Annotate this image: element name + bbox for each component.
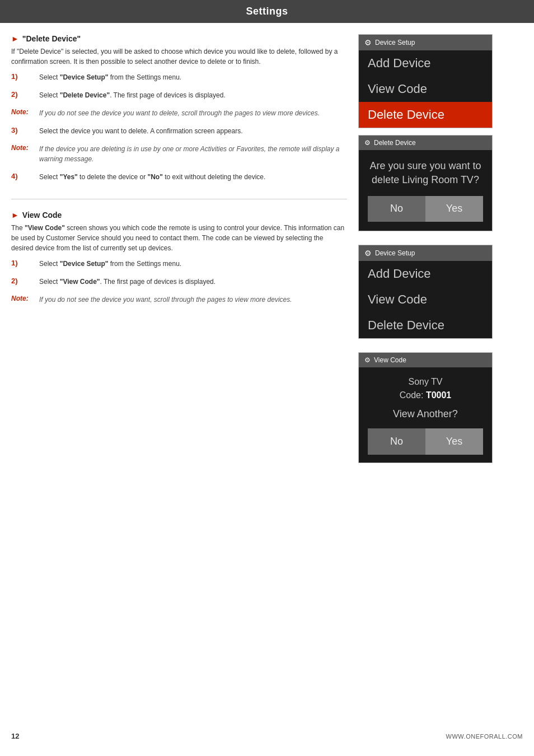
note-2-text: If the device you are deleting is in use…: [39, 144, 347, 164]
add-device-item-2[interactable]: Add Device: [359, 261, 492, 287]
view-code-buttons: No Yes: [368, 428, 483, 455]
confirm-buttons: No Yes: [368, 196, 483, 221]
delete-device-section: ► "Delete Device" If "Delete Device" is …: [11, 34, 347, 182]
step-1-text: Select "Device Setup" from the Settings …: [39, 72, 347, 82]
view-code-value: T0001: [426, 390, 451, 400]
step-2-num: 2): [11, 90, 39, 99]
footer-website: WWW.ONEFORALL.COM: [446, 733, 523, 740]
section-divider: [11, 199, 347, 199]
view-code-label: Code:: [400, 390, 426, 400]
view-code-screen-header-label: View Code: [374, 356, 406, 364]
left-content: ► "Delete Device" If "Delete Device" is …: [11, 34, 358, 463]
view-code-screen-header: ⚙ View Code: [359, 353, 492, 367]
confirm-yes-button[interactable]: Yes: [425, 196, 483, 221]
page-header: Settings: [0, 0, 534, 23]
note-1-row: Note: If you do not see the device you w…: [11, 108, 347, 118]
vc-step-2-text: Select "View Code". The first page of de…: [39, 277, 347, 287]
note-2-row: Note: If the device you are deleting is …: [11, 144, 347, 164]
add-device-item-1[interactable]: Add Device: [359, 50, 492, 76]
gear-icon-3: ⚙: [364, 249, 372, 258]
right-panel: ⚙ Device Setup Add Device View Code Dele…: [358, 34, 493, 463]
step-4-row: 4) Select "Yes" to delete the device or …: [11, 172, 347, 182]
step-1-num: 1): [11, 72, 39, 81]
confirm-header-label: Delete Device: [374, 139, 416, 147]
device-setup-screen-1: ⚙ Device Setup Add Device View Code Dele…: [358, 34, 493, 128]
step-4-text: Select "Yes" to delete the device or "No…: [39, 172, 347, 182]
view-code-no-button[interactable]: No: [368, 428, 425, 455]
screen-header-1: ⚙ Device Setup: [359, 35, 492, 50]
step-2-text: Select "Delete Device". The first page o…: [39, 90, 347, 100]
view-code-line1: Sony TV: [368, 375, 483, 389]
note-2-label: Note:: [11, 144, 39, 152]
gear-icon-1: ⚙: [364, 38, 372, 47]
view-code-heading: View Code: [22, 211, 62, 220]
footer-page-number: 12: [11, 732, 19, 740]
view-another-text: View Another?: [368, 402, 483, 428]
page-title: Settings: [246, 6, 288, 17]
vc-step-2-row: 2) Select "View Code". The first page of…: [11, 277, 347, 287]
step-2-row: 2) Select "Delete Device". The first pag…: [11, 90, 347, 100]
device-setup-screen-2: ⚙ Device Setup Add Device View Code Dele…: [358, 245, 493, 339]
page-footer: 12 WWW.ONEFORALL.COM: [0, 727, 534, 745]
vc-note-1-row: Note: If you do not see the device you w…: [11, 295, 347, 305]
step-1-row: 1) Select "Device Setup" from the Settin…: [11, 72, 347, 82]
view-code-title: ► View Code: [11, 211, 347, 220]
view-code-desc: The "View Code" screen shows you which c…: [11, 223, 347, 253]
step-3-text: Select the device you want to delete. A …: [39, 126, 347, 136]
view-code-line2: Code: T0001: [368, 389, 483, 402]
confirm-header: ⚙ Delete Device: [359, 136, 492, 150]
delete-device-item-2[interactable]: Delete Device: [359, 312, 492, 338]
note-1-label: Note:: [11, 108, 39, 116]
confirm-body: Are you sure you want to delete Living R…: [359, 150, 492, 231]
screen-header-label-2: Device Setup: [375, 249, 415, 257]
view-code-item-2[interactable]: View Code: [359, 287, 492, 312]
step-3-num: 3): [11, 126, 39, 134]
view-code-screen: ⚙ View Code Sony TV Code: T0001 View Ano…: [358, 352, 493, 463]
step-3-row: 3) Select the device you want to delete.…: [11, 126, 347, 136]
arrow-icon-2: ►: [11, 211, 19, 220]
vc-step-1-text: Select "Device Setup" from the Settings …: [39, 259, 347, 269]
view-code-body: Sony TV Code: T0001 View Another? No Yes: [359, 367, 492, 463]
view-code-section: ► View Code The "View Code" screen shows…: [11, 211, 347, 305]
step-4-num: 4): [11, 172, 39, 180]
gear-icon-2: ⚙: [364, 139, 371, 147]
gear-icon-4: ⚙: [364, 356, 371, 364]
vc-note-1-label: Note:: [11, 295, 39, 302]
note-1-text: If you do not see the device you want to…: [39, 108, 347, 118]
screen-header-2: ⚙ Device Setup: [359, 245, 492, 261]
confirm-text: Are you sure you want to delete Living R…: [369, 160, 481, 185]
delete-device-title: ► "Delete Device": [11, 34, 347, 43]
delete-device-heading: "Delete Device": [22, 34, 81, 43]
delete-confirm-screen: ⚙ Delete Device Are you sure you want to…: [358, 135, 493, 231]
vc-step-1-row: 1) Select "Device Setup" from the Settin…: [11, 259, 347, 269]
confirm-no-button[interactable]: No: [368, 196, 425, 221]
view-code-item-1[interactable]: View Code: [359, 76, 492, 102]
view-code-yes-button[interactable]: Yes: [425, 428, 483, 455]
delete-device-desc: If "Delete Device" is selected, you will…: [11, 46, 347, 67]
vc-note-1-text: If you do not see the device you want, s…: [39, 295, 347, 305]
arrow-icon: ►: [11, 34, 19, 43]
delete-device-item-1[interactable]: Delete Device: [359, 102, 492, 128]
screen-header-label-1: Device Setup: [375, 39, 415, 46]
vc-step-1-num: 1): [11, 259, 39, 267]
vc-step-2-num: 2): [11, 277, 39, 285]
